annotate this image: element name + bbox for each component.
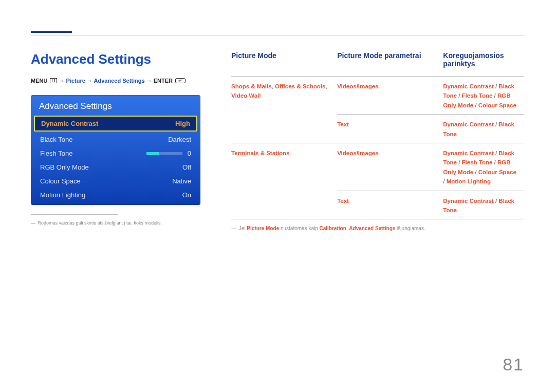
table-row: Shops & Malls, Offices & Schools, Video …	[231, 77, 524, 115]
cell-picture-mode: Shops & Malls, Offices & Schools, Video …	[231, 77, 337, 143]
cell-picture-mode: Terminals & Stations	[231, 143, 337, 219]
cell-param: Videos/Images	[337, 77, 443, 115]
osd-row[interactable]: Colour SpaceNative	[31, 174, 200, 188]
osd-row[interactable]: Black ToneDarkest	[31, 133, 200, 146]
osd-row[interactable]: RGB Only ModeOff	[31, 160, 200, 174]
param-name: Text	[337, 121, 349, 127]
menu-icon	[50, 78, 57, 83]
mode-name: Terminals & Stations	[231, 150, 290, 156]
advanced-step: Advanced Settings	[94, 78, 145, 84]
param-name: Videos/Images	[337, 150, 378, 156]
separator: /	[494, 121, 499, 127]
separator: /	[492, 92, 497, 99]
th-adjustable-options: Koreguojamosios parinktys	[443, 51, 524, 77]
osd-row-value: Native	[172, 177, 191, 185]
option-name: Dynamic Contrast	[443, 198, 493, 204]
option-name: Colour Space	[478, 102, 516, 108]
osd-row-value: High	[175, 120, 190, 127]
osd-row-label: Colour Space	[40, 177, 81, 185]
slider[interactable]	[146, 152, 182, 155]
breadcrumb: MENU → Picture → Advanced Settings → ENT…	[31, 77, 200, 86]
cell-param: Text	[337, 115, 443, 143]
osd-row-label: Dynamic Contrast	[41, 120, 98, 127]
cell-options: Dynamic Contrast / Black Tone / Flesh To…	[443, 143, 524, 191]
osd-row[interactable]: Motion LightingOn	[31, 188, 200, 202]
option-name: Dynamic Contrast	[443, 150, 493, 156]
cell-options: Dynamic Contrast / Black Tone	[443, 115, 524, 143]
separator: /	[494, 198, 499, 204]
table-footnote: ― Jei Picture Mode nustatomas kaip Calib…	[231, 219, 524, 232]
param-name: Videos/Images	[337, 83, 378, 89]
separator: /	[473, 102, 478, 108]
mode-name: Shops & Malls	[231, 83, 272, 89]
divider	[31, 214, 118, 215]
separator: /	[494, 150, 499, 156]
separator: /	[457, 159, 462, 165]
option-name: Dynamic Contrast	[443, 121, 493, 127]
separator: /	[494, 83, 499, 89]
note-suffix: išjungiamas.	[395, 226, 425, 231]
page-number: 81	[503, 354, 524, 375]
arrow-icon: →	[87, 78, 92, 84]
option-name: Flesh Tone	[462, 159, 493, 165]
osd-row[interactable]: Flesh Tone0	[31, 146, 200, 160]
cell-param: Text	[337, 191, 443, 219]
arrow-icon: →	[146, 78, 152, 84]
osd-row[interactable]: Dynamic ContrastHigh	[34, 116, 197, 132]
note-prefix: Jei	[239, 226, 247, 231]
osd-title: Advanced Settings	[31, 95, 200, 115]
option-name: Motion Lighting	[447, 178, 491, 184]
dash-icon: ―	[31, 220, 35, 226]
footnote-left: ― Rodomas vaizdas gali skirtis atsižvelg…	[31, 220, 200, 227]
enter-icon	[175, 78, 186, 83]
osd-row-value: 0	[146, 150, 191, 157]
osd-row-value: Off	[182, 163, 191, 171]
option-name: Dynamic Contrast	[443, 83, 493, 89]
option-name: Flesh Tone	[462, 92, 493, 99]
note-mid: nustatomas kaip	[279, 226, 319, 231]
note-bold: Advanced Settings	[349, 226, 395, 231]
param-name: Text	[337, 198, 349, 204]
osd-panel: Advanced Settings Dynamic ContrastHighBl…	[31, 95, 200, 205]
options-table: Picture Mode Picture Mode parametrai Kor…	[231, 51, 524, 219]
note-bold: Picture Mode	[247, 226, 279, 231]
separator: ,	[325, 83, 327, 89]
page-title: Advanced Settings	[31, 51, 200, 67]
separator: /	[492, 159, 497, 165]
osd-row-value: Darkest	[168, 136, 191, 143]
mode-name: Video Wall	[231, 92, 261, 99]
dash-icon: ―	[231, 226, 236, 231]
osd-row-label: Black Tone	[40, 136, 72, 143]
osd-row-label: Motion Lighting	[40, 191, 85, 199]
separator: /	[473, 169, 478, 175]
separator: /	[457, 92, 462, 99]
note-bold: Calibration	[320, 226, 346, 231]
footnote-text: Rodomas vaizdas gali skirtis atsižvelgia…	[38, 220, 162, 226]
th-picture-mode: Picture Mode	[231, 51, 337, 77]
cell-options: Dynamic Contrast / Black Tone	[443, 191, 524, 219]
osd-row-label: RGB Only Mode	[40, 163, 89, 171]
th-picture-mode-params: Picture Mode parametrai	[337, 51, 443, 77]
mode-name: Offices & Schools	[275, 83, 325, 89]
osd-row-value: On	[182, 191, 191, 199]
arrow-icon: →	[59, 78, 65, 84]
osd-row-label: Flesh Tone	[40, 150, 72, 157]
cell-param: Videos/Images	[337, 143, 443, 191]
table-row: Terminals & StationsVideos/ImagesDynamic…	[231, 143, 524, 191]
menu-label: MENU	[31, 78, 47, 84]
picture-step: Picture	[66, 78, 85, 84]
enter-label: ENTER	[154, 78, 173, 84]
option-name: Colour Space	[478, 169, 516, 175]
header-accent	[31, 31, 72, 33]
header-rule	[31, 35, 524, 35]
cell-options: Dynamic Contrast / Black Tone / Flesh To…	[443, 77, 524, 115]
